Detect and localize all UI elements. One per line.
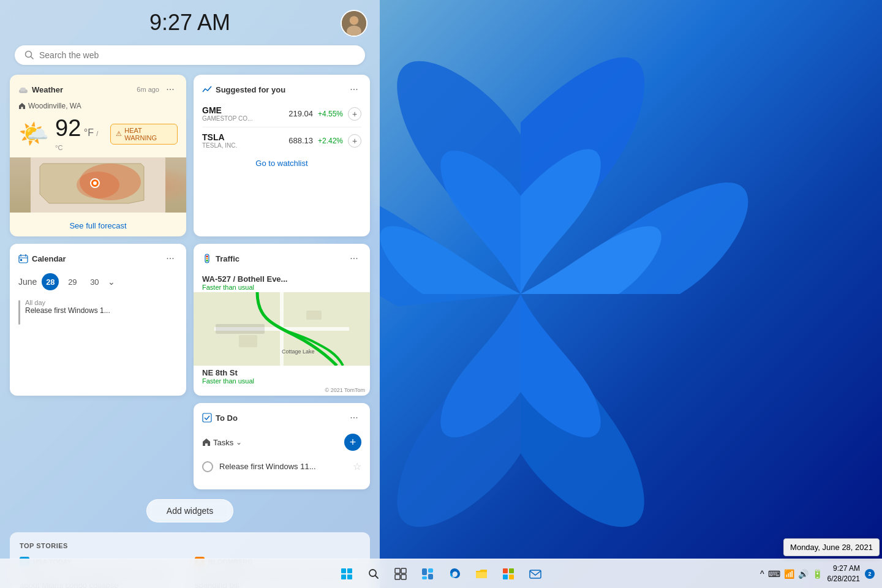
clock-time: 9:27 AM: [827, 564, 860, 574]
weather-icon-small: [18, 85, 28, 94]
search-bar[interactable]: [15, 45, 365, 65]
tasks-header: Tasks ⌄ +: [194, 430, 370, 456]
cal-day-29[interactable]: 29: [64, 273, 81, 290]
stocks-more-button[interactable]: ···: [347, 82, 361, 97]
calendar-more-button[interactable]: ···: [163, 251, 178, 266]
widgets-button[interactable]: [415, 562, 440, 586]
system-tray: ^ ⌨ 📶 🔊 🔋: [760, 569, 823, 579]
svg-rect-7: [20, 88, 26, 91]
wifi-icon[interactable]: 📶: [784, 569, 794, 579]
weather-map-svg: [10, 157, 186, 213]
mail-icon: [529, 567, 542, 581]
traffic-more-button[interactable]: ···: [347, 251, 361, 266]
widget-time: 9:27 AM: [0, 0, 380, 40]
task-star-icon[interactable]: ☆: [353, 461, 361, 472]
widgets-icon: [421, 568, 434, 580]
traffic-widget: Traffic ··· WA-527 / Bothell Eve... Fast…: [194, 244, 370, 396]
calendar-event-bar: [18, 300, 20, 325]
svg-rect-40: [503, 575, 508, 579]
svg-rect-23: [216, 324, 265, 334]
traffic-map-svg: Cottage Lake: [194, 292, 370, 366]
weather-temp: 92 °F / °C: [55, 115, 104, 153]
edge-icon: [448, 567, 461, 581]
volume-icon[interactable]: 🔊: [798, 569, 809, 579]
edge-browser-button[interactable]: [442, 562, 467, 586]
calendar-nav: June 28 29 30 ⌄: [10, 271, 186, 295]
stocks-widget: Suggested for you ··· GME GAMESTOP CO...…: [194, 75, 370, 236]
stocks-header: Suggested for you ···: [194, 75, 370, 102]
weather-map-visual: [10, 157, 186, 213]
calendar-header: Calendar ···: [10, 244, 186, 271]
mail-button[interactable]: [523, 562, 548, 586]
traffic-header: Traffic ···: [194, 244, 370, 271]
calendar-event-detail: All day Release first Windows 1...: [25, 299, 110, 315]
svg-point-2: [347, 26, 361, 37]
chevron-up-icon[interactable]: ^: [760, 569, 764, 579]
heat-warning-badge: ⚠ HEAT WARNING: [110, 124, 178, 145]
traffic-route-1: WA-527 / Bothell Eve... Faster than usua…: [194, 271, 370, 292]
cal-day-30[interactable]: 30: [86, 273, 103, 290]
windows-logo-icon: [341, 568, 352, 579]
microsoft-store-button[interactable]: [496, 562, 521, 586]
svg-point-19: [206, 255, 208, 257]
taskbar-center: [334, 562, 548, 586]
weather-title: Weather: [18, 85, 63, 94]
svg-rect-25: [239, 335, 257, 347]
weather-map[interactable]: [10, 157, 186, 213]
stock-row-gme: GME GAMESTOP CO... 219.04 +4.55% +: [194, 102, 370, 126]
add-widgets-button[interactable]: Add widgets: [146, 499, 233, 522]
temp-celsius[interactable]: °C: [55, 144, 62, 151]
todo-more-button[interactable]: ···: [347, 410, 361, 425]
file-explorer-button[interactable]: [469, 562, 494, 586]
svg-point-20: [206, 258, 208, 260]
weather-more-button[interactable]: ···: [163, 82, 178, 97]
profile-avatar[interactable]: [341, 10, 368, 37]
avatar-image: [342, 11, 366, 36]
taskbar-search-button[interactable]: [361, 562, 386, 586]
task-view-icon: [394, 568, 407, 580]
tasks-add-button[interactable]: +: [344, 434, 361, 451]
svg-rect-27: [203, 413, 211, 422]
taskbar-clock[interactable]: 9:27 AM 6/28/2021: [827, 564, 860, 584]
svg-rect-38: [503, 568, 508, 573]
notification-badge[interactable]: 2: [865, 569, 875, 579]
date-tooltip: Monday, June 28, 2021: [783, 538, 880, 556]
svg-point-21: [206, 260, 208, 262]
svg-line-29: [375, 575, 379, 578]
taskbar-search-icon: [368, 568, 379, 579]
calendar-spacer: [10, 403, 186, 489]
keyboard-icon[interactable]: ⌨: [768, 569, 780, 579]
tasks-home-icon: [202, 438, 211, 447]
task-item: Release first Windows 11... ☆: [194, 456, 370, 477]
cal-day-28[interactable]: 28: [42, 273, 59, 290]
sun-icon: 🌤️: [18, 119, 49, 148]
todo-title: To Do: [202, 413, 238, 423]
widget-panel: 9:27 AM Weather 6m ago ···: [0, 0, 380, 588]
weather-forecast-link[interactable]: See full forecast: [10, 215, 186, 236]
stock-add-tsla[interactable]: +: [348, 134, 361, 148]
traffic-route-2: NE 8th St Faster than usual: [194, 366, 370, 386]
calendar-title: Calendar: [18, 254, 66, 263]
svg-rect-33: [401, 575, 406, 579]
tasks-chevron-icon[interactable]: ⌄: [236, 438, 242, 447]
todo-header: To Do ···: [194, 403, 370, 430]
stocks-title: Suggested for you: [202, 85, 285, 94]
calendar-icon: [18, 254, 28, 263]
svg-rect-32: [395, 575, 400, 579]
task-view-button[interactable]: [388, 562, 413, 586]
stock-add-gme[interactable]: +: [348, 107, 361, 121]
svg-rect-31: [401, 568, 406, 573]
traffic-icon: [202, 254, 212, 263]
svg-rect-34: [422, 568, 427, 575]
task-checkbox[interactable]: [202, 461, 213, 472]
tasks-label: Tasks ⌄: [202, 438, 242, 447]
start-button[interactable]: [334, 562, 359, 586]
traffic-map[interactable]: Cottage Lake: [194, 292, 370, 366]
svg-rect-17: [20, 259, 22, 261]
search-input[interactable]: [39, 50, 355, 60]
stocks-divider: [202, 127, 361, 127]
watchlist-link[interactable]: Go to watchlist: [194, 153, 370, 174]
calendar-chevron-icon[interactable]: ⌄: [108, 277, 115, 287]
search-icon: [24, 50, 34, 60]
battery-icon[interactable]: 🔋: [812, 569, 823, 579]
